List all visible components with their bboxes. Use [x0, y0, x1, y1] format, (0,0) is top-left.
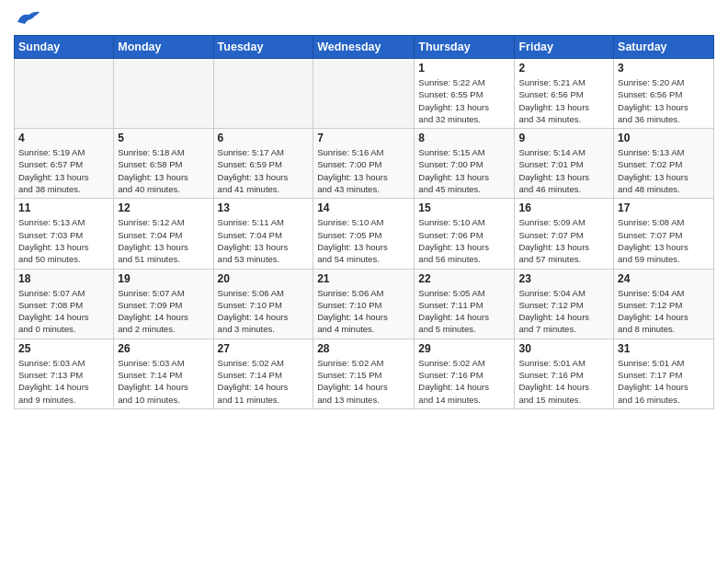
calendar-cell: 21Sunrise: 5:06 AM Sunset: 7:10 PM Dayli… [313, 269, 415, 339]
day-number: 20 [218, 272, 310, 285]
day-number: 3 [618, 62, 710, 75]
calendar-cell: 26Sunrise: 5:03 AM Sunset: 7:14 PM Dayli… [114, 339, 213, 408]
column-header-monday: Monday [114, 36, 213, 59]
day-info: Sunrise: 5:10 AM Sunset: 7:06 PM Dayligh… [418, 216, 510, 265]
calendar-cell: 13Sunrise: 5:11 AM Sunset: 7:04 PM Dayli… [213, 199, 313, 269]
day-info: Sunrise: 5:02 AM Sunset: 7:15 PM Dayligh… [317, 357, 410, 406]
day-number: 19 [118, 272, 209, 285]
calendar-cell: 19Sunrise: 5:07 AM Sunset: 7:09 PM Dayli… [114, 269, 213, 339]
day-number: 16 [518, 201, 609, 214]
day-number: 14 [317, 201, 410, 214]
day-info: Sunrise: 5:16 AM Sunset: 7:00 PM Dayligh… [317, 146, 410, 195]
calendar-cell: 4Sunrise: 5:19 AM Sunset: 6:57 PM Daylig… [15, 129, 114, 199]
day-number: 27 [218, 342, 310, 355]
calendar-cell: 27Sunrise: 5:02 AM Sunset: 7:14 PM Dayli… [213, 339, 313, 408]
calendar-table: SundayMondayTuesdayWednesdayThursdayFrid… [14, 35, 714, 409]
day-info: Sunrise: 5:12 AM Sunset: 7:04 PM Dayligh… [118, 216, 209, 265]
calendar-cell: 3Sunrise: 5:20 AM Sunset: 6:56 PM Daylig… [614, 59, 714, 129]
calendar-cell: 28Sunrise: 5:02 AM Sunset: 7:15 PM Dayli… [313, 339, 415, 408]
calendar-cell: 9Sunrise: 5:14 AM Sunset: 7:01 PM Daylig… [515, 129, 614, 199]
calendar-cell: 31Sunrise: 5:01 AM Sunset: 7:17 PM Dayli… [614, 339, 714, 408]
day-info: Sunrise: 5:18 AM Sunset: 6:58 PM Dayligh… [118, 146, 209, 195]
column-header-friday: Friday [515, 36, 614, 59]
calendar-cell [15, 59, 114, 129]
day-info: Sunrise: 5:02 AM Sunset: 7:16 PM Dayligh… [418, 357, 510, 406]
page-header [14, 9, 714, 29]
calendar-cell: 12Sunrise: 5:12 AM Sunset: 7:04 PM Dayli… [114, 199, 213, 269]
day-number: 24 [618, 272, 710, 285]
calendar-cell: 30Sunrise: 5:01 AM Sunset: 7:16 PM Dayli… [515, 339, 614, 408]
day-number: 9 [518, 132, 609, 144]
day-info: Sunrise: 5:07 AM Sunset: 7:08 PM Dayligh… [18, 287, 109, 336]
calendar-cell: 5Sunrise: 5:18 AM Sunset: 6:58 PM Daylig… [114, 129, 213, 199]
day-info: Sunrise: 5:03 AM Sunset: 7:14 PM Dayligh… [118, 357, 209, 406]
day-info: Sunrise: 5:02 AM Sunset: 7:14 PM Dayligh… [218, 357, 310, 406]
day-info: Sunrise: 5:03 AM Sunset: 7:13 PM Dayligh… [18, 357, 109, 406]
calendar-week-row: 1Sunrise: 5:22 AM Sunset: 6:55 PM Daylig… [15, 59, 714, 129]
day-number: 6 [218, 132, 310, 144]
day-info: Sunrise: 5:01 AM Sunset: 7:17 PM Dayligh… [618, 357, 710, 406]
day-number: 8 [418, 132, 510, 144]
day-number: 12 [118, 201, 209, 214]
calendar-cell [313, 59, 415, 129]
calendar-cell: 22Sunrise: 5:05 AM Sunset: 7:11 PM Dayli… [415, 269, 515, 339]
calendar-week-row: 18Sunrise: 5:07 AM Sunset: 7:08 PM Dayli… [15, 269, 714, 339]
day-info: Sunrise: 5:06 AM Sunset: 7:10 PM Dayligh… [317, 287, 410, 336]
day-number: 28 [317, 342, 410, 355]
day-number: 22 [418, 272, 510, 285]
calendar-cell: 1Sunrise: 5:22 AM Sunset: 6:55 PM Daylig… [415, 59, 515, 129]
day-number: 4 [18, 132, 109, 144]
day-number: 26 [118, 342, 209, 355]
calendar-cell: 23Sunrise: 5:04 AM Sunset: 7:12 PM Dayli… [515, 269, 614, 339]
day-number: 7 [317, 132, 410, 144]
calendar-cell: 14Sunrise: 5:10 AM Sunset: 7:05 PM Dayli… [313, 199, 415, 269]
day-number: 17 [618, 201, 710, 214]
day-number: 21 [317, 272, 410, 285]
calendar-header-row: SundayMondayTuesdayWednesdayThursdayFrid… [15, 36, 714, 59]
day-info: Sunrise: 5:13 AM Sunset: 7:03 PM Dayligh… [18, 216, 109, 265]
day-info: Sunrise: 5:10 AM Sunset: 7:05 PM Dayligh… [317, 216, 410, 265]
column-header-wednesday: Wednesday [313, 36, 415, 59]
column-header-saturday: Saturday [614, 36, 714, 59]
calendar-cell [213, 59, 313, 129]
day-info: Sunrise: 5:15 AM Sunset: 7:00 PM Dayligh… [418, 146, 510, 195]
day-info: Sunrise: 5:09 AM Sunset: 7:07 PM Dayligh… [518, 216, 609, 265]
day-number: 31 [618, 342, 710, 355]
day-number: 29 [418, 342, 510, 355]
column-header-tuesday: Tuesday [213, 36, 313, 59]
calendar-cell [114, 59, 213, 129]
day-number: 5 [118, 132, 209, 144]
day-info: Sunrise: 5:06 AM Sunset: 7:10 PM Dayligh… [218, 287, 310, 336]
calendar-cell: 2Sunrise: 5:21 AM Sunset: 6:56 PM Daylig… [515, 59, 614, 129]
calendar-cell: 8Sunrise: 5:15 AM Sunset: 7:00 PM Daylig… [415, 129, 515, 199]
calendar-cell: 24Sunrise: 5:04 AM Sunset: 7:12 PM Dayli… [614, 269, 714, 339]
calendar-cell: 20Sunrise: 5:06 AM Sunset: 7:10 PM Dayli… [213, 269, 313, 339]
day-number: 11 [18, 201, 109, 214]
logo [14, 9, 43, 29]
day-info: Sunrise: 5:19 AM Sunset: 6:57 PM Dayligh… [18, 146, 109, 195]
calendar-week-row: 25Sunrise: 5:03 AM Sunset: 7:13 PM Dayli… [15, 339, 714, 408]
calendar-cell: 16Sunrise: 5:09 AM Sunset: 7:07 PM Dayli… [515, 199, 614, 269]
day-info: Sunrise: 5:08 AM Sunset: 7:07 PM Dayligh… [618, 216, 710, 265]
day-info: Sunrise: 5:14 AM Sunset: 7:01 PM Dayligh… [518, 146, 609, 195]
calendar-cell: 18Sunrise: 5:07 AM Sunset: 7:08 PM Dayli… [15, 269, 114, 339]
day-info: Sunrise: 5:21 AM Sunset: 6:56 PM Dayligh… [518, 76, 609, 125]
calendar-cell: 25Sunrise: 5:03 AM Sunset: 7:13 PM Dayli… [15, 339, 114, 408]
day-info: Sunrise: 5:01 AM Sunset: 7:16 PM Dayligh… [518, 357, 609, 406]
calendar-cell: 11Sunrise: 5:13 AM Sunset: 7:03 PM Dayli… [15, 199, 114, 269]
day-number: 23 [518, 272, 609, 285]
day-info: Sunrise: 5:04 AM Sunset: 7:12 PM Dayligh… [518, 287, 609, 336]
calendar-cell: 6Sunrise: 5:17 AM Sunset: 6:59 PM Daylig… [213, 129, 313, 199]
day-number: 1 [418, 62, 510, 75]
column-header-sunday: Sunday [15, 36, 114, 59]
day-info: Sunrise: 5:20 AM Sunset: 6:56 PM Dayligh… [618, 76, 710, 125]
day-number: 18 [18, 272, 109, 285]
day-number: 15 [418, 201, 510, 214]
day-info: Sunrise: 5:13 AM Sunset: 7:02 PM Dayligh… [618, 146, 710, 195]
day-info: Sunrise: 5:05 AM Sunset: 7:11 PM Dayligh… [418, 287, 510, 336]
day-info: Sunrise: 5:11 AM Sunset: 7:04 PM Dayligh… [218, 216, 310, 265]
day-number: 2 [518, 62, 609, 75]
day-info: Sunrise: 5:22 AM Sunset: 6:55 PM Dayligh… [418, 76, 510, 125]
calendar-cell: 10Sunrise: 5:13 AM Sunset: 7:02 PM Dayli… [614, 129, 714, 199]
logo-icon [14, 9, 40, 29]
